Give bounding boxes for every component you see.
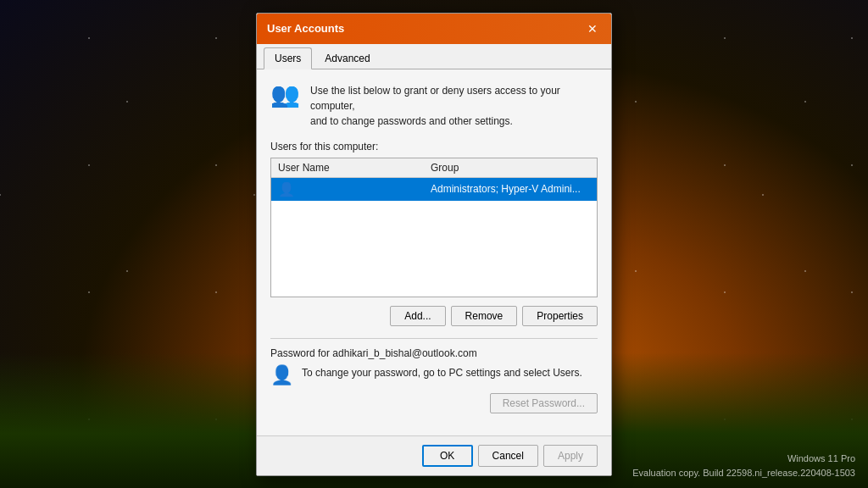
tab-users-label: Users: [275, 53, 301, 64]
info-line1: Use the list below to grant or deny user…: [310, 83, 598, 114]
cancel-button[interactable]: Cancel: [478, 445, 538, 467]
tab-advanced-label: Advanced: [325, 53, 370, 64]
tab-users[interactable]: Users: [264, 47, 312, 69]
titlebar: User Accounts ✕: [257, 14, 611, 44]
password-info-text: To change your password, go to PC settin…: [302, 366, 582, 380]
info-text: Use the list below to grant or deny user…: [310, 83, 598, 129]
tab-advanced[interactable]: Advanced: [314, 47, 381, 69]
ok-button[interactable]: OK: [422, 445, 473, 467]
password-info: 👤 To change your password, go to PC sett…: [270, 366, 598, 385]
table-row[interactable]: 👤 Administrators; Hyper-V Admini...: [271, 177, 597, 201]
col-header-username: User Name: [271, 158, 424, 178]
user-accounts-dialog: User Accounts ✕ Users Advanced 👥 Use the…: [256, 13, 612, 476]
close-button[interactable]: ✕: [584, 20, 601, 37]
remove-button[interactable]: Remove: [451, 306, 518, 326]
action-buttons: Add... Remove Properties: [270, 306, 598, 326]
password-username: adhikari_b_bishal@outlook.com: [332, 347, 476, 359]
info-section: 👥 Use the list below to grant or deny us…: [270, 83, 598, 129]
apply-button[interactable]: Apply: [543, 445, 598, 467]
reset-btn-row: Reset Password...: [270, 393, 598, 413]
dialog-overlay: User Accounts ✕ Users Advanced 👥 Use the…: [0, 0, 868, 488]
password-icon: 👤: [270, 366, 293, 385]
users-icon: 👥: [270, 83, 300, 107]
password-label: Password for adhikari_b_bishal@outlook.c…: [270, 347, 598, 359]
add-button[interactable]: Add...: [390, 306, 445, 326]
user-icon: 👤: [278, 182, 295, 197]
reset-password-button[interactable]: Reset Password...: [490, 393, 598, 413]
user-table: User Name Group 👤 Administrators; Hyper-…: [271, 158, 597, 201]
dialog-footer: OK Cancel Apply: [257, 435, 611, 475]
dialog-title: User Accounts: [267, 22, 344, 35]
user-icon-cell: 👤: [271, 177, 424, 201]
user-table-container[interactable]: User Name Group 👤 Administrators; Hyper-…: [270, 158, 598, 297]
dialog-body: 👥 Use the list below to grant or deny us…: [257, 69, 611, 435]
password-label-prefix: Password for: [270, 347, 332, 359]
group-cell: Administrators; Hyper-V Admini...: [424, 177, 597, 201]
divider: [270, 338, 598, 339]
password-section: Password for adhikari_b_bishal@outlook.c…: [270, 347, 598, 413]
col-header-group: Group: [424, 158, 597, 178]
properties-button[interactable]: Properties: [522, 306, 598, 326]
info-line2: and to change passwords and other settin…: [310, 114, 598, 129]
users-section-label: Users for this computer:: [270, 141, 598, 152]
tab-bar: Users Advanced: [257, 44, 611, 69]
